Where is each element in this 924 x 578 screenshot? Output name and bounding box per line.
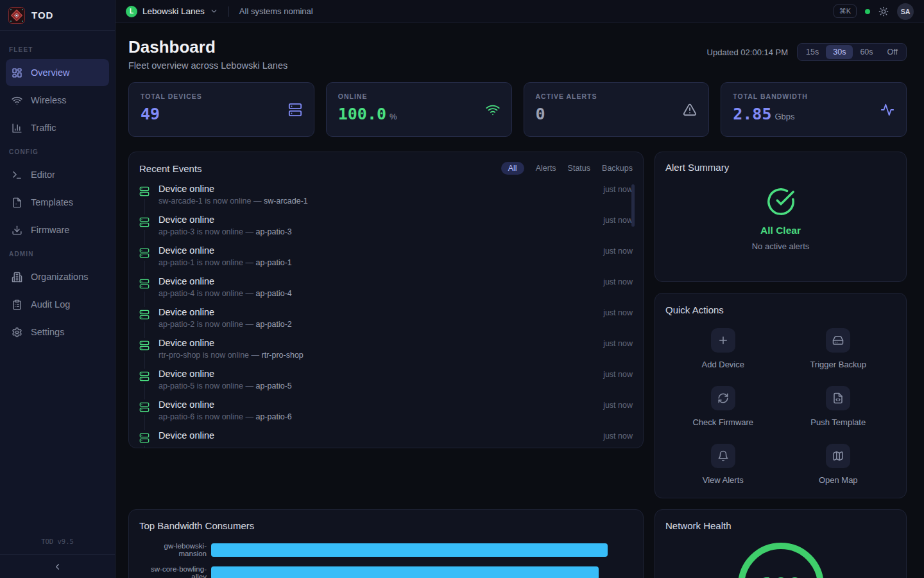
- event-row[interactable]: Device online rtr-pro-shop is now online…: [139, 338, 633, 369]
- event-title: Device online: [158, 307, 603, 317]
- event-title: Device online: [158, 215, 603, 225]
- bandwidth-row-label: sw-core-bowling-alley: [139, 565, 211, 578]
- bandwidth-row: sw-core-bowling-alley: [139, 565, 633, 578]
- event-row[interactable]: Device online ap-patio-1 is now online —…: [139, 245, 633, 276]
- refresh-icon: [711, 386, 735, 410]
- event-device: ap-patio-3: [256, 227, 292, 236]
- event-time: just now: [603, 432, 633, 441]
- server-icon: [139, 369, 150, 384]
- main-content: Dashboard Fleet overview across Lebowski…: [116, 23, 924, 578]
- alert-summary-title: Alert Summary: [665, 162, 896, 173]
- quick-actions-grid: Add Device Trigger Backup Check Firmware…: [665, 328, 896, 485]
- rug-logo-icon: [8, 7, 25, 24]
- tab-backups[interactable]: Backups: [602, 162, 633, 175]
- alert-summary-panel: Alert Summary All Clear No active alerts: [654, 152, 907, 282]
- updated-timestamp: Updated 02:00:14 PM: [707, 48, 788, 57]
- bandwidth-bar: [211, 543, 608, 557]
- sidebar-item-organizations[interactable]: Organizations: [6, 263, 109, 290]
- user-avatar[interactable]: SA: [897, 3, 914, 20]
- add-device-button[interactable]: Add Device: [665, 328, 781, 369]
- event-title: Device online: [158, 338, 603, 348]
- stat-value: 49: [141, 105, 160, 123]
- event-row[interactable]: Device online ap-patio-6 is now online —…: [139, 399, 633, 430]
- refresh-option-off[interactable]: Off: [880, 45, 905, 59]
- building-icon: [12, 272, 22, 283]
- stat-card-online: ONLINE 100.0 %: [326, 82, 512, 137]
- bandwidth-title: Top Bandwidth Consumers: [139, 520, 633, 531]
- view-alerts-button[interactable]: View Alerts: [665, 444, 781, 485]
- map-icon: [826, 444, 850, 468]
- nav-section-config: CONFIG: [0, 142, 115, 161]
- sidebar-item-wireless[interactable]: Wireless: [6, 87, 109, 114]
- wifi-icon: [12, 95, 22, 106]
- trigger-backup-button[interactable]: Trigger Backup: [781, 328, 896, 369]
- sidebar-item-overview[interactable]: Overview: [6, 59, 109, 86]
- events-filter-tabs: All Alerts Status Backups: [501, 162, 633, 175]
- event-time: just now: [603, 277, 633, 286]
- sidebar-item-label: Wireless: [31, 95, 67, 105]
- org-switcher[interactable]: L Lebowski Lanes: [126, 6, 218, 17]
- sun-icon: [878, 6, 889, 17]
- server-icon: [139, 215, 150, 230]
- stat-label: TOTAL DEVICES: [141, 92, 302, 100]
- event-row[interactable]: Device online ap-patio-4 is now online —…: [139, 276, 633, 307]
- theme-toggle-button[interactable]: [878, 6, 889, 17]
- server-icon: [139, 184, 150, 199]
- event-time: just now: [603, 185, 633, 194]
- event-row[interactable]: Device online ap-patio-2 is now online —…: [139, 307, 633, 338]
- recent-events-panel: Recent Events All Alerts Status Backups …: [128, 152, 644, 448]
- system-status-text: All systems nominal: [239, 6, 313, 16]
- refresh-option-60s[interactable]: 60s: [853, 45, 880, 59]
- event-time: just now: [603, 216, 633, 225]
- network-health-gauge: 100: [665, 538, 896, 578]
- sidebar-item-audit-log[interactable]: Audit Log: [6, 291, 109, 318]
- bandwidth-row-label: gw-lebowski-mansion: [139, 542, 211, 557]
- server-icon: [139, 338, 150, 353]
- command-palette-button[interactable]: ⌘K: [834, 4, 857, 18]
- events-scrollbar-thumb[interactable]: [631, 184, 635, 227]
- app-logo[interactable]: TOD: [0, 0, 115, 31]
- hard-drive-icon: [826, 328, 850, 353]
- alert-status-text: All Clear: [760, 225, 801, 236]
- chevron-down-icon: [210, 7, 218, 15]
- grid-icon: [12, 67, 22, 78]
- event-title: Device online: [158, 276, 603, 286]
- stat-value: 0: [536, 105, 545, 123]
- sidebar-collapse-button[interactable]: [53, 562, 62, 572]
- sidebar-item-settings[interactable]: Settings: [6, 319, 109, 346]
- event-detail: ap-patio-4 is now online — ap-patio-4: [158, 289, 603, 298]
- open-map-button[interactable]: Open Map: [781, 444, 896, 485]
- tab-all[interactable]: All: [501, 162, 524, 175]
- event-row[interactable]: Device online just now: [139, 430, 633, 448]
- event-device: ap-patio-4: [256, 289, 292, 298]
- server-icon: [139, 307, 150, 322]
- refresh-option-30s[interactable]: 30s: [826, 45, 853, 59]
- event-row[interactable]: Device online sw-arcade-1 is now online …: [139, 184, 633, 215]
- event-time: just now: [603, 339, 633, 348]
- tab-alerts[interactable]: Alerts: [536, 162, 556, 175]
- plus-icon: [711, 328, 735, 353]
- refresh-option-15s[interactable]: 15s: [799, 45, 826, 59]
- event-device: sw-arcade-1: [264, 197, 308, 206]
- nav-section-admin: ADMIN: [0, 244, 115, 263]
- check-firmware-button[interactable]: Check Firmware: [665, 386, 781, 427]
- event-row[interactable]: Device online ap-patio-5 is now online —…: [139, 369, 633, 399]
- connection-status-dot: [865, 9, 870, 14]
- event-device: ap-patio-5: [256, 381, 292, 390]
- sidebar-item-firmware[interactable]: Firmware: [6, 216, 109, 243]
- sidebar-footer: TOD v9.5: [0, 538, 115, 578]
- stat-label: ACTIVE ALERTS: [536, 92, 697, 100]
- event-detail: ap-patio-6 is now online — ap-patio-6: [158, 412, 603, 421]
- sidebar-item-traffic[interactable]: Traffic: [6, 114, 109, 141]
- event-row[interactable]: Device online ap-patio-3 is now online —…: [139, 215, 633, 245]
- network-health-title: Network Health: [665, 520, 896, 531]
- tab-status[interactable]: Status: [568, 162, 590, 175]
- event-detail: rtr-pro-shop is now online — rtr-pro-sho…: [158, 351, 603, 360]
- check-circle-icon: [766, 187, 796, 216]
- push-template-button[interactable]: Push Template: [781, 386, 896, 427]
- refresh-interval-segmented: 15s 30s 60s Off: [797, 43, 907, 61]
- download-icon: [12, 225, 22, 236]
- topbar-divider: [228, 6, 229, 17]
- sidebar-item-templates[interactable]: Templates: [6, 189, 109, 216]
- sidebar-item-editor[interactable]: Editor: [6, 161, 109, 188]
